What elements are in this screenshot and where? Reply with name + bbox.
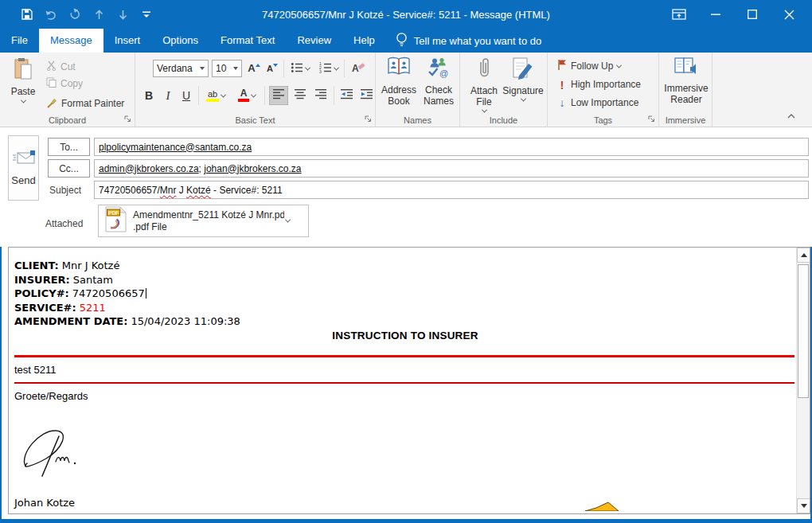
vertical-scrollbar[interactable]	[796, 248, 810, 513]
immersive-reader-button[interactable]: Immersive Reader	[662, 57, 710, 115]
check-names-label: Check Names	[420, 84, 458, 107]
check-names-button[interactable]: @ Check Names	[420, 57, 458, 115]
subject-field[interactable]: 74720506657/Mnr J Kotzé - Service#: 5211	[94, 181, 809, 199]
scrollbar-down-icon[interactable]	[797, 498, 810, 513]
bullets-button[interactable]	[288, 60, 312, 77]
move-up-icon[interactable]	[91, 6, 107, 22]
align-center-button[interactable]	[291, 86, 310, 105]
attachment-item[interactable]: PDF Amendmentnr_5211 Kotzé J Mnr.pdf .pd…	[98, 205, 309, 237]
tell-me-box[interactable]: Tell me what you want to do	[396, 29, 541, 53]
move-down-icon[interactable]	[115, 6, 131, 22]
font-color-button[interactable]: A	[234, 86, 260, 105]
numbering-icon: 123	[319, 62, 332, 76]
attach-file-label: Attach File	[467, 85, 502, 107]
attachment-chevron-icon[interactable]	[285, 217, 291, 223]
tab-help[interactable]: Help	[342, 29, 386, 53]
align-left-button[interactable]	[269, 86, 288, 105]
lightbulb-icon	[396, 32, 408, 50]
decrease-indent-icon	[341, 89, 353, 102]
tab-file[interactable]: File	[0, 29, 39, 53]
to-button-label: To...	[60, 142, 78, 153]
tab-insert[interactable]: Insert	[103, 29, 152, 53]
check-names-icon: @	[427, 57, 451, 80]
follow-up-button[interactable]: Follow Up	[557, 58, 621, 74]
basic-text-group-label: Basic Text	[135, 115, 375, 125]
shrink-font-button[interactable]: A	[264, 60, 281, 77]
font-size-select[interactable]: 10	[212, 60, 242, 77]
group-include: Attach File Signature Include	[460, 53, 548, 127]
cc-recipient-1[interactable]: admin@jkbrokers.co.za	[99, 163, 199, 174]
cc-button[interactable]: Cc...	[48, 159, 90, 178]
send-label: Send	[11, 174, 35, 186]
to-recipient[interactable]: plpolicymaintenance@santam.co.za	[99, 142, 252, 153]
decrease-indent-button[interactable]	[338, 86, 356, 105]
tab-format-text[interactable]: Format Text	[209, 29, 286, 53]
low-importance-button[interactable]: ↓ Low Importance	[557, 95, 638, 111]
numbering-chevron-icon	[334, 64, 339, 70]
immersive-reader-label: Immersive Reader	[662, 83, 710, 105]
align-right-button[interactable]	[311, 86, 330, 105]
to-button[interactable]: To...	[48, 138, 90, 156]
paste-chevron-icon	[20, 98, 25, 103]
clipboard-dialog-launcher-icon[interactable]	[123, 115, 132, 123]
clear-formatting-button[interactable]: A	[349, 60, 368, 77]
tags-dialog-launcher-icon[interactable]	[647, 115, 656, 123]
customize-qat-icon[interactable]	[139, 6, 154, 22]
maximize-icon[interactable]	[737, 2, 767, 26]
font-name-select[interactable]: Verdana	[153, 60, 209, 77]
basic-text-dialog-launcher-icon[interactable]	[364, 115, 373, 123]
signature-pen-icon	[512, 57, 534, 83]
copy-button[interactable]: Copy	[46, 76, 83, 92]
cut-button[interactable]: Cut	[46, 59, 76, 75]
subject-text-4: Kotzé	[186, 185, 211, 196]
format-painter-button[interactable]: Format Painter	[46, 96, 124, 111]
attach-file-button[interactable]: Attach File	[467, 57, 502, 117]
ribbon-display-options-icon[interactable]	[664, 2, 694, 26]
to-field[interactable]: plpolicymaintenance@santam.co.za	[94, 138, 809, 156]
text-highlight-button[interactable]: ab	[202, 86, 229, 105]
cc-recipient-2[interactable]: johan@jkbrokers.co.za	[204, 163, 301, 174]
follow-up-chevron-icon	[616, 62, 622, 68]
address-book-button[interactable]: Address Book	[380, 57, 418, 115]
cc-button-label: Cc...	[59, 163, 79, 174]
redo-icon[interactable]	[67, 6, 83, 22]
increase-indent-button[interactable]	[357, 86, 376, 105]
italic-button[interactable]: I	[159, 86, 177, 105]
window-controls	[664, 0, 804, 29]
scrollbar-up-icon[interactable]	[797, 248, 810, 263]
send-button[interactable]: Send	[8, 135, 39, 201]
svg-text:3: 3	[319, 69, 322, 73]
bullets-icon	[291, 62, 303, 76]
bold-label: B	[145, 89, 153, 102]
cc-field[interactable]: admin@jkbrokers.co.za; johan@jkbrokers.c…	[94, 159, 809, 178]
sender-name: Johan Kotze	[14, 496, 796, 510]
scrollbar-thumb[interactable]	[798, 264, 809, 398]
close-icon[interactable]	[774, 2, 804, 26]
tab-message[interactable]: Message	[39, 29, 103, 53]
signature-button[interactable]: Signature	[502, 57, 545, 117]
attachment-type: .pdf File	[133, 221, 284, 233]
undo-icon[interactable]	[43, 6, 59, 22]
tab-review[interactable]: Review	[286, 29, 342, 53]
paste-button[interactable]: Paste	[6, 56, 40, 116]
minimize-icon[interactable]	[701, 2, 731, 26]
follow-up-flag-icon	[557, 59, 567, 73]
closing-text: Groete/Regards	[14, 389, 796, 404]
font-name-value: Verdana	[157, 63, 193, 74]
tab-options[interactable]: Options	[151, 29, 209, 53]
numbering-button[interactable]: 123	[317, 60, 341, 77]
subject-label: Subject	[49, 185, 81, 196]
instruction-note: test 5211	[14, 363, 796, 377]
message-body[interactable]: CLIENT:Mnr J Kotzé INSURER:Santam POLICY…	[8, 247, 810, 514]
italic-label: I	[166, 89, 170, 103]
underline-button[interactable]: U	[178, 86, 195, 105]
attached-label: Attached	[45, 218, 83, 229]
paste-clipboard-icon	[14, 57, 33, 83]
save-icon[interactable]	[19, 6, 35, 22]
collapse-ribbon-icon[interactable]	[787, 111, 796, 122]
message-body-content[interactable]: CLIENT:Mnr J Kotzé INSURER:Santam POLICY…	[9, 248, 796, 513]
red-divider-thick	[14, 355, 794, 357]
high-importance-button[interactable]: ! High Importance	[557, 76, 641, 92]
grow-font-button[interactable]: A	[245, 60, 263, 77]
bold-button[interactable]: B	[140, 86, 158, 105]
